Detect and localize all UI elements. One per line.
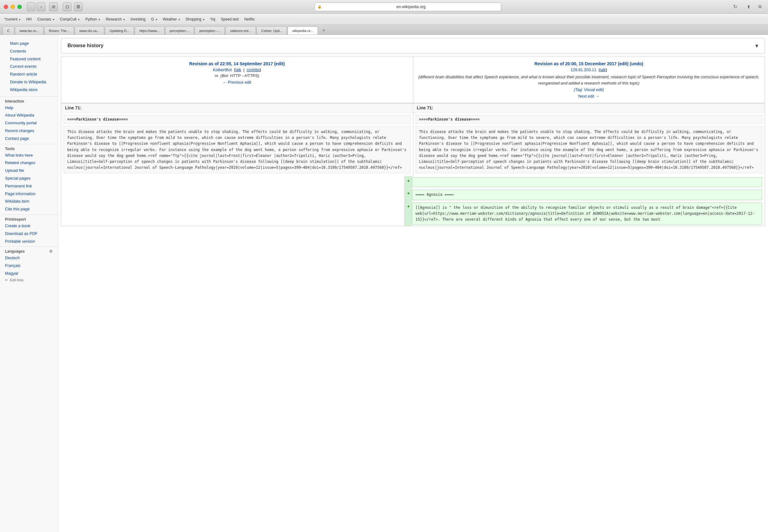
sidebar-item-help[interactable]: Help: [0, 104, 57, 112]
tab-salience[interactable]: salience ent...: [225, 26, 256, 34]
sidebar-item-deutsch[interactable]: Deutsch: [0, 254, 57, 262]
toolbar-item-compcult[interactable]: CompCult ▾: [58, 16, 82, 22]
revision-left: Revision as of 22:55, 14 September 2017 …: [61, 57, 413, 103]
browse-history-toggle[interactable]: ▾: [755, 42, 758, 49]
reading-list-icon[interactable]: ☰: [74, 2, 83, 11]
diff-plus-heading: +: [405, 188, 412, 201]
sidebar-item-page-info[interactable]: Page information: [0, 190, 57, 198]
forward-button[interactable]: ›: [37, 2, 45, 11]
fullscreen-button[interactable]: [17, 5, 22, 9]
diff-left-no-text: [61, 201, 405, 226]
sidebar-item-featured[interactable]: Featured content: [5, 55, 53, 63]
tab-c[interactable]: C: [2, 26, 14, 34]
sidebar-item-related[interactable]: Related changes: [0, 159, 57, 167]
toolbar-item-research[interactable]: Research ▾: [104, 16, 127, 22]
tab-perception1[interactable]: perception:...: [165, 26, 194, 34]
sidebar-item-main-page[interactable]: Main page: [5, 40, 53, 48]
toolbar-item-hh[interactable]: HH: [24, 16, 33, 22]
tab-perception2[interactable]: perception -...: [195, 26, 225, 34]
content-area: Browse history ▾ Revision as of 22:55, 1…: [58, 35, 768, 532]
diff-container: Revision as of 22:55, 14 September 2017 …: [58, 57, 768, 232]
revision-right-talk[interactable]: talk: [600, 68, 606, 72]
sidebar-item-recent[interactable]: Recent changes: [0, 127, 57, 135]
back-button[interactable]: ‹: [27, 2, 35, 11]
sidebar-interaction-title: Interaction: [0, 96, 57, 104]
sidebar-item-special[interactable]: Special pages: [0, 175, 57, 182]
diff-left-empty: [61, 176, 405, 188]
browse-history-header: Browse history ▾: [61, 38, 765, 53]
revision-right-title[interactable]: Revision as of 20:00, 15 December 2017 (…: [535, 61, 643, 66]
toolbar-item-investing[interactable]: Investing: [129, 16, 147, 22]
diff-added-text-row: + [[Agnosia]] is " the loss or dimunitio…: [61, 201, 765, 226]
sidebar-toggle-button[interactable]: ⊞: [49, 2, 58, 11]
tab-https[interactable]: https://www...: [135, 26, 164, 34]
next-edit-link[interactable]: Next edit →: [578, 94, 600, 99]
sidebar-item-store[interactable]: Wikipedia store: [5, 86, 53, 94]
toolbar-item-yoj[interactable]: Yoj: [208, 16, 217, 22]
revision-left-title[interactable]: Revision as of 22:55, 14 September 2017 …: [189, 61, 285, 66]
tab-sfu[interactable]: www.sfu.ca...: [75, 26, 104, 34]
revision-left-user[interactable]: KolbertBot: [213, 67, 232, 72]
toolbar-item-netflix[interactable]: Netflix: [242, 16, 256, 22]
diff-line-num-left: Line 71:: [61, 103, 413, 112]
toolbar-item-python[interactable]: Python ▾: [83, 16, 102, 22]
sidebar-item-upload[interactable]: Upload file: [0, 167, 57, 175]
prev-edit-link[interactable]: ← Previous edit: [66, 80, 409, 85]
sidebar-item-random[interactable]: Random article: [5, 71, 53, 78]
reload-button[interactable]: ↻: [731, 2, 739, 11]
sidebar-item-printable[interactable]: Printable version: [0, 238, 57, 245]
revision-left-contribs[interactable]: contribs: [246, 68, 260, 72]
sidebar-item-community[interactable]: Community portal: [0, 119, 57, 127]
revision-left-talk[interactable]: talk: [235, 68, 241, 72]
sidebar-item-current-events[interactable]: Current events: [5, 63, 53, 71]
revision-right: Revision as of 20:00, 15 December 2017 (…: [413, 57, 765, 103]
toolbar-item-shopping[interactable]: Shopping ▾: [184, 16, 206, 22]
tab-rosen[interactable]: Rosen: The...: [44, 26, 74, 34]
bookmark-icon[interactable]: ⬡: [63, 2, 71, 11]
diff-left-body-cell: This disease attacks the brain and makes…: [64, 126, 411, 173]
tab-updating[interactable]: Updating D...: [105, 26, 134, 34]
address-input[interactable]: [324, 4, 499, 9]
minimize-button[interactable]: [11, 5, 15, 9]
sidebar-item-create-book[interactable]: Create a book: [0, 222, 57, 230]
sidebar-item-donate[interactable]: Donate to Wikipedia: [5, 78, 53, 86]
tab-wikipedia[interactable]: wikipedia re...: [287, 26, 318, 34]
sidebar-item-wikidata[interactable]: Wikidata item: [0, 198, 57, 205]
edit-links-button[interactable]: ✏ Edit links: [0, 277, 57, 283]
sidebar-item-cite[interactable]: Cite this page: [0, 205, 57, 213]
diff-left-no-heading: [61, 188, 405, 201]
diff-body-row: This disease attacks the brain and makes…: [61, 124, 765, 176]
sidebar-item-magyar[interactable]: Magyar: [0, 270, 57, 277]
title-bar: ‹ › ⊞ ⬡ ☰ 🔒 ↻ ⬆ ⧉: [0, 0, 768, 14]
toolbar-item-courses[interactable]: Courses ▾: [35, 16, 56, 22]
sidebar-item-what-links[interactable]: What links here: [0, 152, 57, 159]
toolbar-item-current[interactable]: *current ▾: [2, 16, 22, 22]
sidebar-item-francais[interactable]: Français: [0, 262, 57, 270]
toolbar-item-weather[interactable]: Weather ▾: [161, 16, 182, 22]
nav-buttons: ‹ ›: [27, 2, 45, 11]
sidebar-item-permanent[interactable]: Permanent link: [0, 182, 57, 190]
revision-right-user[interactable]: 129.81.203.11: [571, 67, 596, 72]
languages-gear-icon[interactable]: ⚙: [49, 249, 53, 254]
revision-headers: Revision as of 22:55, 14 September 2017 …: [61, 57, 765, 103]
diff-line-header: Line 71: Line 71:: [61, 103, 765, 112]
sidebar-item-about[interactable]: About Wikipedia: [0, 112, 57, 119]
new-tab-button[interactable]: +: [319, 26, 328, 34]
tab-tac[interactable]: www.tac.m...: [15, 26, 44, 34]
diff-added-text-cell: [[Agnosia]] is " the loss or dimunition …: [412, 203, 762, 225]
diff-plus-empty: +: [405, 176, 412, 188]
sidebar-item-contact[interactable]: Contact page: [0, 135, 57, 143]
tab-cohen[interactable]: Cohen: Upd...: [256, 26, 287, 34]
close-button[interactable]: [4, 5, 8, 9]
sidebar-item-contents[interactable]: Contents: [5, 48, 53, 55]
browse-history-title: Browse history: [67, 43, 103, 48]
diff-line-num-right: Line 71:: [413, 103, 765, 112]
share-icon[interactable]: ⬆: [744, 2, 753, 11]
toolbar-item-speedtest[interactable]: Speed test: [219, 16, 240, 22]
diff-heading-row: ====Parkinson's disease==== ====Parkinso…: [61, 112, 765, 124]
new-tab-icon[interactable]: ⧉: [756, 2, 764, 11]
tabs-bar: C www.tac.m... Rosen: The... www.sfu.ca.…: [0, 25, 768, 35]
sidebar-item-download-pdf[interactable]: Download as PDF: [0, 230, 57, 238]
toolbar-item-g[interactable]: G ▾: [149, 16, 159, 22]
toolbar: *current ▾ HH Courses ▾ CompCult ▾ Pytho…: [0, 14, 768, 25]
